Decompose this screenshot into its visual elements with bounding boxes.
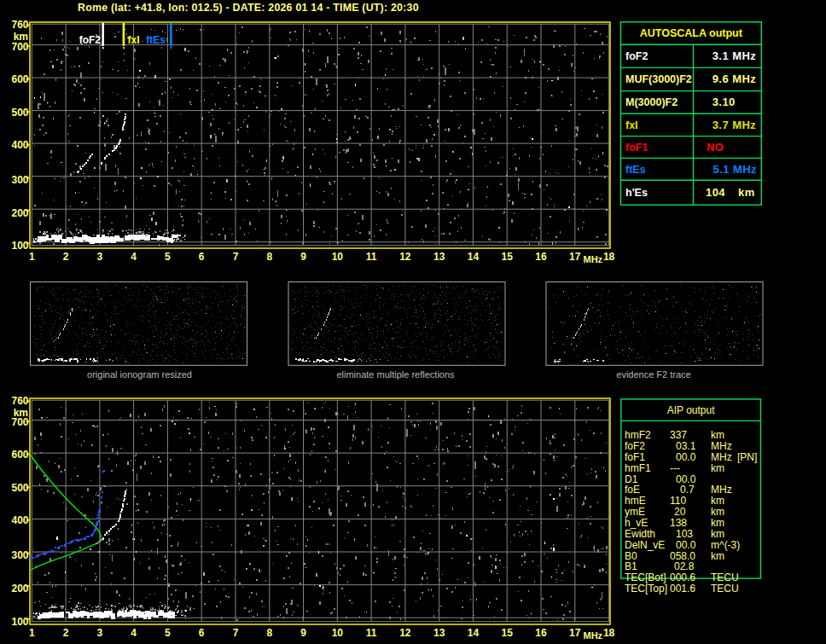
svg-text:ftEs: ftEs xyxy=(146,34,166,46)
svg-text:300: 300 xyxy=(11,549,28,561)
svg-text:700: 700 xyxy=(11,41,28,53)
svg-text:MUF(3000)F2: MUF(3000)F2 xyxy=(625,73,692,85)
svg-text:100: 100 xyxy=(11,616,28,628)
svg-text:6: 6 xyxy=(199,627,205,639)
svg-text:10: 10 xyxy=(332,251,344,263)
svg-text:16: 16 xyxy=(535,627,547,639)
svg-text:foF2: foF2 xyxy=(79,34,102,46)
svg-text:13: 13 xyxy=(433,627,445,639)
svg-text:AUTOSCALA output: AUTOSCALA output xyxy=(640,27,743,39)
svg-text:001.6: 001.6 xyxy=(670,583,695,595)
svg-text:5: 5 xyxy=(165,627,171,639)
svg-text:200: 200 xyxy=(11,207,28,219)
svg-text:fxI: fxI xyxy=(625,119,638,131)
svg-text:Rome (lat: +41.8, lon: 012.5): Rome (lat: +41.8, lon: 012.5) - DATE: 20… xyxy=(78,2,419,14)
svg-text:7: 7 xyxy=(233,627,239,639)
svg-text:5.1 MHz: 5.1 MHz xyxy=(713,163,758,176)
svg-text:17: 17 xyxy=(569,251,581,263)
svg-text:9.6 MHz: 9.6 MHz xyxy=(713,73,757,85)
svg-text:14: 14 xyxy=(468,251,480,263)
svg-text:500: 500 xyxy=(11,482,28,494)
svg-text:5: 5 xyxy=(165,251,171,263)
svg-text:4: 4 xyxy=(131,627,137,639)
svg-text:7: 7 xyxy=(233,251,239,263)
svg-text:9: 9 xyxy=(300,251,306,263)
svg-text:foF2: foF2 xyxy=(625,50,648,62)
svg-text:200: 200 xyxy=(11,583,28,595)
svg-text:fxI: fxI xyxy=(128,34,140,46)
svg-text:12: 12 xyxy=(399,627,411,639)
svg-text:km: km xyxy=(711,462,724,474)
svg-text:8: 8 xyxy=(266,251,272,263)
svg-text:700: 700 xyxy=(11,416,28,428)
svg-text:18: 18 xyxy=(603,251,615,263)
svg-text:evidence F2 trace: evidence F2 trace xyxy=(616,369,690,380)
svg-text:760: 760 xyxy=(11,395,28,407)
svg-text:MHz: MHz xyxy=(583,254,602,264)
svg-text:TECU: TECU xyxy=(711,583,739,595)
svg-text:8: 8 xyxy=(266,627,272,639)
svg-text:400: 400 xyxy=(11,139,28,151)
svg-text:11: 11 xyxy=(366,251,377,263)
svg-text:[PN]: [PN] xyxy=(737,451,757,463)
svg-text:300: 300 xyxy=(11,174,28,186)
svg-text:h'Es: h'Es xyxy=(625,187,648,199)
svg-text:600: 600 xyxy=(11,449,28,461)
svg-text:MHz: MHz xyxy=(583,630,602,641)
svg-text:15: 15 xyxy=(502,627,514,639)
svg-text:foF1: foF1 xyxy=(625,142,648,154)
svg-text:400: 400 xyxy=(11,514,28,526)
svg-text:13: 13 xyxy=(433,251,445,263)
svg-text:9: 9 xyxy=(300,627,306,639)
svg-text:1: 1 xyxy=(29,251,35,263)
svg-text:3: 3 xyxy=(97,627,103,639)
svg-text:3.7 MHz: 3.7 MHz xyxy=(713,119,757,131)
svg-text:AIP output: AIP output xyxy=(667,404,715,416)
svg-text:760: 760 xyxy=(11,19,28,31)
svg-text:km: km xyxy=(738,186,755,199)
svg-text:km: km xyxy=(711,550,724,562)
svg-text:16: 16 xyxy=(535,251,547,263)
svg-text:11: 11 xyxy=(366,627,377,639)
svg-text:104: 104 xyxy=(706,186,725,199)
svg-text:eliminate multiple reflections: eliminate multiple reflections xyxy=(336,369,455,380)
svg-text:3: 3 xyxy=(97,251,103,263)
svg-text:18: 18 xyxy=(603,627,615,639)
svg-text:14: 14 xyxy=(468,627,480,639)
svg-text:600: 600 xyxy=(11,73,28,85)
svg-text:NO: NO xyxy=(707,141,724,154)
svg-text:TEC[Top]: TEC[Top] xyxy=(625,583,667,595)
svg-text:2: 2 xyxy=(63,251,69,263)
svg-text:3.1 MHz: 3.1 MHz xyxy=(713,49,757,62)
svg-text:6: 6 xyxy=(199,251,205,263)
svg-text:M(3000)F2: M(3000)F2 xyxy=(625,96,678,108)
svg-text:12: 12 xyxy=(399,251,411,263)
svg-text:original ionogram resized: original ionogram resized xyxy=(87,369,192,380)
svg-text:15: 15 xyxy=(502,251,514,263)
svg-text:500: 500 xyxy=(11,107,28,119)
svg-text:17: 17 xyxy=(569,627,581,639)
svg-text:3.10: 3.10 xyxy=(713,96,736,108)
svg-text:1: 1 xyxy=(29,627,35,639)
svg-text:ftEs: ftEs xyxy=(625,164,646,176)
svg-text:10: 10 xyxy=(332,627,344,639)
svg-text:100: 100 xyxy=(11,240,28,252)
svg-text:2: 2 xyxy=(63,627,69,639)
svg-text:4: 4 xyxy=(131,251,137,263)
